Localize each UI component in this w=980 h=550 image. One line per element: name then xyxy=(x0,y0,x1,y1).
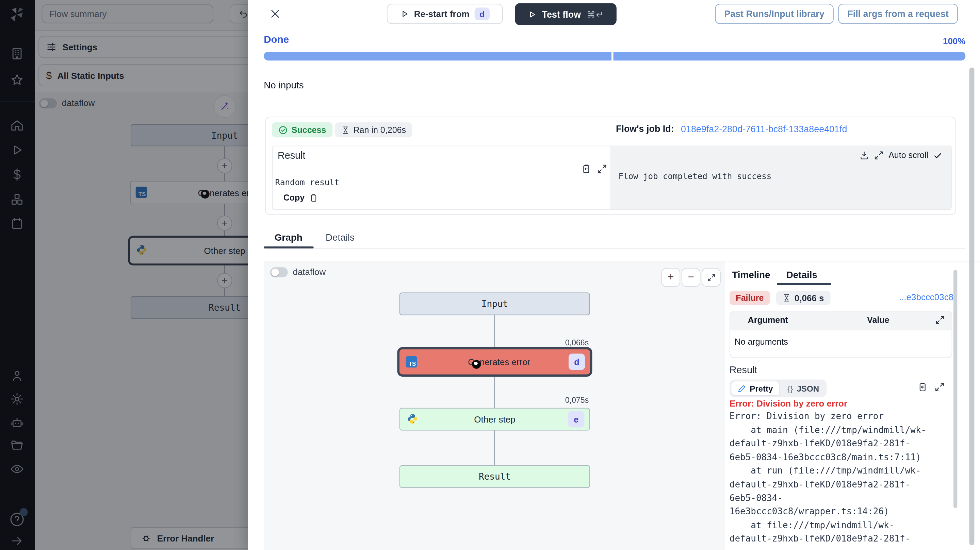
pen-icon xyxy=(738,384,746,392)
circle-check-icon xyxy=(278,125,288,135)
copy-button[interactable]: Copy xyxy=(283,193,318,202)
tab-step-details[interactable]: Details xyxy=(786,269,817,280)
test-flow-button[interactable]: Test flow ⌘↵ xyxy=(515,3,617,25)
graph-node-input[interactable]: Input xyxy=(399,292,590,315)
arguments-table-header: Argument Value xyxy=(730,311,952,330)
deno-icon xyxy=(472,360,480,369)
log-text: Flow job completed with success xyxy=(618,171,772,181)
details-scrollbar[interactable] xyxy=(953,270,957,508)
fill-args-button[interactable]: Fill args from a request xyxy=(838,4,958,24)
tab-graph-underline xyxy=(264,246,314,249)
result-value: Random result xyxy=(275,178,340,187)
python-icon xyxy=(407,414,418,425)
play-icon xyxy=(400,10,409,18)
step-result-title: Result xyxy=(730,365,757,376)
graph-node-result[interactable]: Result xyxy=(399,465,590,488)
step-duration: 0,066s xyxy=(399,339,589,347)
check-icon xyxy=(933,151,942,160)
braces-icon: {} xyxy=(788,384,793,393)
expand-table-icon[interactable] xyxy=(935,315,945,325)
error-title: Error: Division by zero error xyxy=(730,398,847,409)
restart-step-badge: d xyxy=(474,8,490,20)
result-view-switch: Pretty {} JSON xyxy=(730,379,827,397)
ran-in-badge: Ran in 0,206s xyxy=(335,122,412,138)
graph-dataflow-toggle[interactable] xyxy=(270,267,288,277)
zoom-out-button[interactable]: − xyxy=(682,268,701,287)
tab-graph[interactable]: Graph xyxy=(275,232,302,243)
expand-log-icon[interactable] xyxy=(874,151,883,160)
result-actions xyxy=(917,382,945,392)
typescript-icon: TS xyxy=(406,356,417,368)
no-inputs-text: No inputs xyxy=(264,79,304,90)
error-stack-trace: Error: Division by zero error at main (f… xyxy=(730,410,931,550)
tab-timeline[interactable]: Timeline xyxy=(732,269,770,280)
drawer-tabs: Graph Details xyxy=(264,230,966,249)
run-status-label: Done xyxy=(264,34,289,45)
run-graph-canvas: dataflow + − Input 0,066s TS Generates e… xyxy=(264,262,724,550)
drawer-scrollbar[interactable] xyxy=(969,67,975,545)
tab-details[interactable]: Details xyxy=(326,232,355,243)
progress-bar-segment-gap xyxy=(611,52,614,60)
modal-dim-overlay[interactable] xyxy=(0,0,248,550)
result-log-split: Result Random result Copy xyxy=(272,146,951,210)
test-flow-drawer: Re-start from d Test flow ⌘↵ Past Runs/I… xyxy=(248,0,980,550)
col-argument: Argument xyxy=(748,315,788,325)
graph-dataflow-label: dataflow xyxy=(293,266,326,277)
step-id-badge: e xyxy=(568,411,584,427)
auto-scroll-label[interactable]: Auto scroll xyxy=(888,151,928,160)
graph-edge xyxy=(494,430,495,465)
progress-bar xyxy=(264,52,966,60)
expand-step-result-icon[interactable] xyxy=(935,382,945,392)
graph-node-generates-error[interactable]: TS Generates error d xyxy=(399,349,591,375)
tab-details-underline xyxy=(777,283,831,285)
shortcut-hint: ⌘↵ xyxy=(587,9,604,19)
past-runs-button[interactable]: Past Runs/Input library xyxy=(715,4,834,24)
expand-result-icon[interactable] xyxy=(597,164,607,174)
col-value: Value xyxy=(867,315,889,325)
restart-from-button[interactable]: Re-start from d xyxy=(387,4,503,24)
zoom-in-button[interactable]: + xyxy=(662,268,681,287)
step-duration-badge: 0,066 s xyxy=(776,291,830,305)
step-duration: 0,075s xyxy=(399,396,589,405)
windmill-flow-editor: Flow summary Settings $ All Static Input… xyxy=(0,0,980,550)
job-id-link[interactable]: 018e9fa2-280d-7611-bc8f-133a8ee401fd xyxy=(681,124,847,134)
download-icon[interactable] xyxy=(859,151,869,160)
job-id-label: Flow's job Id: xyxy=(616,124,674,133)
log-toolbar: Auto scroll xyxy=(859,151,942,160)
graph-node-other-step[interactable]: Other step e xyxy=(399,408,590,431)
copy-result-icon[interactable] xyxy=(581,164,592,174)
progress-percent: 100% xyxy=(904,36,966,46)
step-job-link[interactable]: ...e3bccc03c8 xyxy=(899,292,953,302)
success-badge: Success xyxy=(272,122,332,138)
json-tab[interactable]: {} JSON xyxy=(781,381,826,395)
step-id-badge: d xyxy=(569,353,585,370)
hourglass-icon xyxy=(341,126,350,134)
arguments-table: Argument Value No arguments xyxy=(730,311,953,358)
expand-icon xyxy=(707,273,715,281)
failure-badge: Failure xyxy=(730,291,770,305)
hourglass-icon xyxy=(783,294,791,302)
no-arguments-text: No arguments xyxy=(735,337,788,347)
run-result-card: Success Ran in 0,206s Flow's job Id: 018… xyxy=(265,117,956,215)
pretty-tab[interactable]: Pretty xyxy=(731,381,780,396)
play-icon xyxy=(527,10,536,19)
clipboard-icon xyxy=(309,193,318,202)
copy-step-result-icon[interactable] xyxy=(917,382,928,392)
step-details-panel: Timeline Details Failure 0,066 s ...e3bc… xyxy=(724,262,980,550)
close-icon[interactable] xyxy=(269,8,281,19)
result-pane-title: Result xyxy=(278,150,305,161)
fit-view-button[interactable] xyxy=(702,268,721,287)
